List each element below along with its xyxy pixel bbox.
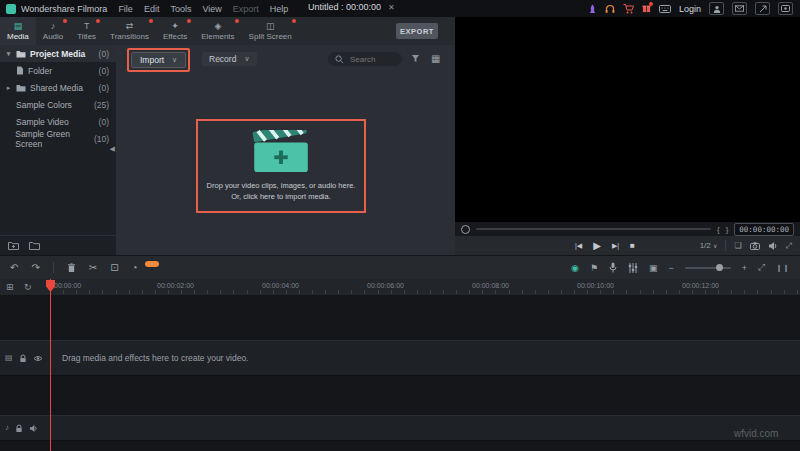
snapshot-camera-icon[interactable] xyxy=(750,242,760,250)
tab-transitions[interactable]: ⇄ Transitions xyxy=(103,17,156,45)
menu-view[interactable]: View xyxy=(202,4,221,14)
sidebar-item-label: Sample Colors xyxy=(16,100,72,110)
volume-icon[interactable] xyxy=(768,241,778,251)
tab-media[interactable]: ▤ Media xyxy=(0,17,36,45)
sidebar-item-project-media[interactable]: ▾ Project Media (0) xyxy=(0,45,116,62)
ribbon-tab-bar: ▤ Media ♪ Audio T Titles ⇄ Transitions ✦… xyxy=(0,17,455,45)
tab-split-screen[interactable]: ◫ Split Screen xyxy=(242,17,299,45)
login-button[interactable]: Login xyxy=(679,4,701,14)
lock-icon[interactable] xyxy=(19,354,27,363)
export-button[interactable]: EXPORT xyxy=(396,23,438,39)
play-button[interactable]: ▶ xyxy=(593,240,601,251)
new-badge xyxy=(149,19,153,23)
undo-icon[interactable]: ↶ xyxy=(10,262,18,273)
zoom-slider-knob[interactable] xyxy=(716,264,723,271)
audio-mixer-icon[interactable] xyxy=(628,263,638,273)
grid-view-icon[interactable]: ▦ xyxy=(431,53,440,64)
close-project-icon[interactable]: ✕ xyxy=(388,3,395,12)
tab-label: Transitions xyxy=(110,32,149,41)
zoom-slider[interactable] xyxy=(685,267,731,269)
tab-effects[interactable]: ✦ Effects xyxy=(156,17,194,45)
manage-tracks-icon[interactable]: ⊞ xyxy=(6,282,14,292)
redo-icon[interactable]: ↷ xyxy=(31,262,39,273)
menu-tools[interactable]: Tools xyxy=(170,4,191,14)
sidebar-item-sample-video[interactable]: Sample Video (0) xyxy=(0,113,116,130)
mark-out-icon[interactable]: } xyxy=(726,225,729,234)
new-folder-icon[interactable] xyxy=(8,241,19,250)
search-box[interactable] xyxy=(328,52,402,66)
menu-edit[interactable]: Edit xyxy=(144,4,160,14)
filmora-logo-icon xyxy=(6,4,16,14)
speed-icon[interactable]: ◔ xyxy=(132,262,138,273)
eye-icon[interactable] xyxy=(33,355,43,362)
delete-icon[interactable] xyxy=(67,263,76,273)
seek-handle[interactable] xyxy=(461,225,470,234)
tab-titles[interactable]: T Titles xyxy=(70,17,103,45)
refresh-icon[interactable]: ↻ xyxy=(24,282,32,292)
sidebar-item-sample-colors[interactable]: Sample Colors (25) xyxy=(0,96,116,113)
upgrade-rocket-icon[interactable] xyxy=(588,4,597,14)
collapse-panel-icon[interactable]: ◀ xyxy=(110,145,115,153)
account-icon[interactable] xyxy=(709,2,724,15)
support-headset-icon[interactable] xyxy=(605,4,615,14)
folder-icon xyxy=(16,84,26,92)
pause-icon[interactable]: ❙❙ xyxy=(776,264,790,272)
crop-icon[interactable]: ⊡ xyxy=(110,262,118,273)
next-frame-button[interactable]: ▶| xyxy=(612,242,619,250)
video-track[interactable]: ▤ Drag media and effects here to create … xyxy=(0,340,800,376)
menu-help[interactable]: Help xyxy=(270,4,289,14)
compare-view-icon[interactable]: ❏ xyxy=(734,241,741,250)
previous-frame-button[interactable]: |◀ xyxy=(575,242,582,250)
import-button[interactable]: Import ∨ xyxy=(131,52,186,68)
file-icon xyxy=(16,66,24,75)
mark-in-icon[interactable]: { xyxy=(717,225,720,234)
import-label: Import xyxy=(140,55,164,65)
fit-timeline-icon[interactable]: ⤢ xyxy=(758,262,765,273)
gift-icon[interactable] xyxy=(642,4,651,13)
expand-icon[interactable]: ▾ xyxy=(5,50,12,58)
marker-icon[interactable]: ⚑ xyxy=(590,263,598,273)
seek-track[interactable] xyxy=(476,228,711,230)
tab-audio[interactable]: ♪ Audio xyxy=(36,17,70,45)
render-preview-icon[interactable]: ◉ xyxy=(571,263,579,273)
store-cart-icon[interactable] xyxy=(623,4,634,14)
share-icon[interactable] xyxy=(755,2,770,15)
quality-selector[interactable]: 1/2 ∨ xyxy=(700,241,718,250)
timeline-ruler[interactable]: ⊞ ↻ 00:00:00 00:00:02:00 00:00:04:00 00:… xyxy=(0,279,800,296)
quality-value: 1/2 xyxy=(700,241,711,250)
audio-track[interactable]: ♪ xyxy=(0,415,800,441)
stop-button[interactable]: ■ xyxy=(630,241,635,250)
pip-icon[interactable]: ▣ xyxy=(649,263,658,273)
menu-file[interactable]: File xyxy=(118,4,133,14)
sidebar-item-shared-media[interactable]: ▸ Shared Media (0) xyxy=(0,79,116,96)
ruler-label: 00:00:12:00 xyxy=(682,282,719,289)
item-count: (0) xyxy=(99,66,109,76)
voiceover-mic-icon[interactable] xyxy=(609,262,617,273)
timeline-toolbar: ↶ ↷ ✂ ⊡ ◔ ◉ ⚑ ▣ − + ⤢ ❙❙ xyxy=(0,255,800,279)
lock-icon[interactable] xyxy=(15,424,23,433)
filmora-app: Wondershare Filmora File Edit Tools View… xyxy=(0,0,800,451)
sidebar-item-sample-green-screen[interactable]: Sample Green Screen (10) xyxy=(0,130,116,147)
video-track-header: ▤ xyxy=(0,354,52,363)
zoom-in-icon[interactable]: + xyxy=(742,263,747,273)
fullscreen-icon[interactable]: ⤢ xyxy=(786,241,792,251)
split-scissors-icon[interactable]: ✂ xyxy=(89,262,97,273)
tab-elements[interactable]: ◈ Elements xyxy=(194,17,241,45)
search-input[interactable] xyxy=(348,54,398,65)
collapse-icon[interactable]: ▸ xyxy=(5,84,12,92)
sidebar-item-label: Project Media xyxy=(30,49,85,59)
sidebar-item-folder[interactable]: Folder (0) xyxy=(0,62,116,79)
zoom-out-icon[interactable]: − xyxy=(669,263,674,273)
import-dropzone[interactable]: Drop your video clips, images, or audio … xyxy=(196,119,366,213)
shortcuts-keyboard-icon[interactable] xyxy=(659,5,671,13)
ruler-label: 00:00:06:00 xyxy=(367,282,404,289)
delete-folder-icon[interactable] xyxy=(29,241,40,250)
record-dropdown[interactable]: Record ∨ xyxy=(202,52,257,66)
mail-icon[interactable] xyxy=(732,2,747,15)
item-count: (0) xyxy=(99,49,109,59)
filter-icon[interactable] xyxy=(411,54,420,63)
playhead-line[interactable] xyxy=(50,279,51,451)
mute-speaker-icon[interactable] xyxy=(29,424,38,433)
screen-record-icon[interactable] xyxy=(778,2,793,15)
watermark-text: wfvid.com xyxy=(734,428,778,439)
